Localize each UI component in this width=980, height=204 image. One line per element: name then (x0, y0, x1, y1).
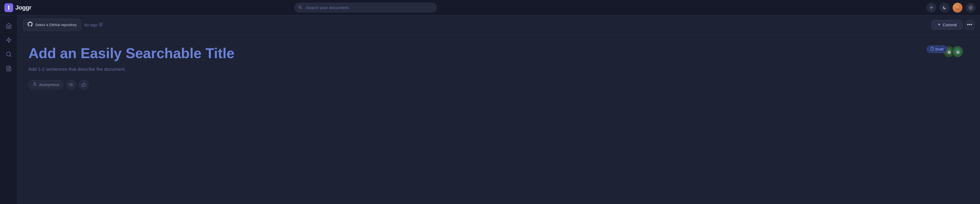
svg-text:🤖: 🤖 (947, 50, 951, 54)
svg-rect-4 (931, 9, 932, 10)
topnav: Joggr (0, 0, 980, 15)
logo-text: Joggr (15, 4, 32, 11)
document-subtitle[interactable]: Add 1-2 sentences that describe the docu… (29, 67, 220, 72)
svg-text:🤖: 🤖 (956, 50, 960, 54)
theme-toggle-button[interactable] (926, 3, 936, 13)
svg-point-19 (34, 82, 35, 84)
svg-rect-6 (929, 7, 930, 8)
svg-line-2 (301, 8, 302, 8)
edit-tags-icon[interactable] (99, 22, 103, 27)
tags-label: No tags (84, 23, 97, 27)
content-area: Select a GitHub repository No tags (18, 15, 980, 204)
tags-area: No tags (84, 22, 103, 27)
sidebar-item-activity[interactable] (3, 34, 15, 46)
document-meta: Anonymous (29, 80, 964, 90)
svg-point-20 (70, 84, 72, 85)
search-bar[interactable] (294, 3, 437, 12)
svg-rect-3 (931, 5, 932, 6)
svg-rect-5 (933, 7, 934, 8)
toolbar: Select a GitHub repository No tags (18, 15, 980, 35)
author-label: Anonymous (39, 82, 59, 87)
sidebar-item-home[interactable] (3, 20, 15, 32)
svg-point-9 (956, 5, 959, 8)
commit-label: Commit (943, 22, 957, 27)
svg-line-12 (10, 55, 11, 56)
commit-bolt-icon (937, 23, 941, 27)
moon-icon-button[interactable] (940, 3, 950, 13)
github-icon (27, 21, 33, 29)
main-layout: Select a GitHub repository No tags (0, 15, 980, 204)
author-badge[interactable]: Anonymous (29, 80, 64, 89)
svg-rect-7 (932, 6, 933, 7)
logo-icon (5, 3, 13, 12)
like-button[interactable] (79, 80, 89, 90)
ai-avatar-2: 🤖 (951, 45, 964, 58)
settings-button[interactable] (966, 3, 975, 13)
logo-area: Joggr (5, 3, 48, 12)
draft-badge: Draft (927, 45, 947, 53)
view-button[interactable] (66, 80, 76, 90)
author-icon (33, 82, 37, 87)
sidebar-item-search[interactable] (3, 48, 15, 60)
avatar[interactable] (953, 3, 963, 13)
document-area: 🤖 🤖 Draft (18, 35, 980, 101)
document-title[interactable]: Add an Easily Searchable Title (29, 45, 302, 61)
commit-button[interactable]: Commit (932, 20, 963, 30)
github-repo-button[interactable]: Select a GitHub repository (23, 19, 81, 31)
search-input[interactable] (294, 3, 437, 12)
nav-right (926, 3, 975, 13)
draft-badge-icon (930, 47, 934, 51)
svg-point-10 (970, 7, 971, 8)
github-label: Select a GitHub repository (35, 23, 77, 27)
sidebar (0, 15, 18, 204)
more-dots-icon: ••• (967, 22, 972, 28)
search-icon (298, 5, 302, 10)
draft-label: Draft (935, 47, 943, 51)
toolbar-right: Commit ••• (932, 20, 975, 30)
svg-point-8 (931, 7, 932, 8)
sidebar-item-documents[interactable] (3, 63, 15, 75)
more-options-button[interactable]: ••• (965, 20, 975, 30)
svg-point-0 (8, 6, 9, 7)
